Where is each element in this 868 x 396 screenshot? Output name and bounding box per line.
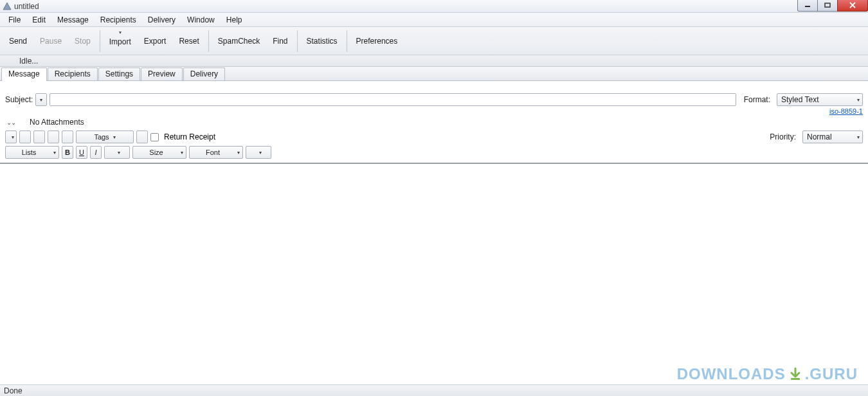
- format-bar-2: Lists B U I Size Font: [0, 145, 868, 160]
- bold-button[interactable]: B: [62, 146, 73, 159]
- attachments-row: ⌄⌄ No Attachments: [0, 115, 868, 129]
- tab-preview[interactable]: Preview: [141, 68, 183, 80]
- menu-delivery[interactable]: Delivery: [142, 14, 181, 26]
- toolbar-separator: [100, 30, 100, 52]
- stop-button[interactable]: Stop: [68, 27, 97, 55]
- pause-button[interactable]: Pause: [33, 27, 68, 55]
- font-dropdown[interactable]: Font: [189, 146, 243, 159]
- size-dropdown[interactable]: Size: [132, 146, 186, 159]
- fmt-btn-6[interactable]: [136, 130, 148, 143]
- encoding-row: iso-8859-1: [0, 107, 868, 115]
- svg-marker-0: [3, 3, 11, 10]
- chevron-down-icon: ▾: [857, 134, 860, 140]
- bottom-status-text: Done: [4, 386, 23, 395]
- close-button[interactable]: [837, 0, 868, 12]
- fmt-btn-1[interactable]: [5, 130, 17, 143]
- tab-recipients[interactable]: Recipients: [48, 68, 98, 80]
- tab-delivery[interactable]: Delivery: [183, 68, 225, 80]
- status-line: Idle...: [0, 55, 868, 67]
- lists-label: Lists: [22, 148, 37, 156]
- preferences-button[interactable]: Preferences: [350, 27, 404, 55]
- menu-message[interactable]: Message: [51, 14, 95, 26]
- bottom-statusbar: Done: [0, 384, 868, 396]
- fmt-btn-5[interactable]: [62, 130, 73, 143]
- fmt-btn-3[interactable]: [33, 130, 45, 143]
- subject-input[interactable]: [50, 93, 736, 106]
- attachments-label: No Attachments: [30, 118, 84, 127]
- chevron-down-icon: ▾: [857, 97, 860, 103]
- subject-label: Subject:: [5, 95, 33, 104]
- return-receipt-checkbox[interactable]: [150, 133, 159, 141]
- format-select[interactable]: Styled Text ▾: [777, 93, 863, 106]
- export-button[interactable]: Export: [138, 27, 173, 55]
- encoding-link[interactable]: iso-8859-1: [829, 107, 863, 115]
- status-text: Idle...: [19, 57, 38, 66]
- tags-dropdown[interactable]: Tags: [76, 130, 134, 143]
- message-panel: Subject: ▾ Format: Styled Text ▾ iso-885…: [0, 81, 868, 384]
- svg-rect-1: [805, 6, 810, 7]
- fmt-btn-4[interactable]: [48, 130, 59, 143]
- toolbar-separator: [347, 30, 347, 52]
- menu-edit[interactable]: Edit: [26, 14, 51, 26]
- return-receipt-label: Return Receipt: [164, 132, 215, 141]
- menu-file[interactable]: File: [3, 14, 26, 26]
- reset-button[interactable]: Reset: [172, 27, 205, 55]
- priority-label: Priority:: [770, 132, 796, 141]
- maximize-button[interactable]: [817, 0, 838, 12]
- tags-label: Tags: [94, 133, 109, 141]
- priority-select[interactable]: Normal ▾: [802, 130, 863, 143]
- menu-recipients[interactable]: Recipients: [95, 14, 142, 26]
- fmt-btn-2[interactable]: [19, 130, 31, 143]
- window-controls: [798, 0, 868, 12]
- format-bar-1: Tags Return Receipt Priority: Normal ▾: [0, 129, 868, 145]
- extra-dropdown[interactable]: [246, 146, 271, 159]
- priority-value: Normal: [807, 132, 832, 141]
- size-label: Size: [149, 148, 163, 156]
- statistics-button[interactable]: Statistics: [300, 27, 344, 55]
- italic-button[interactable]: I: [90, 146, 102, 159]
- format-label: Format:: [744, 95, 770, 104]
- find-button[interactable]: Find: [266, 27, 294, 55]
- app-icon: [3, 2, 12, 11]
- dropdown-icon: ▾: [119, 30, 122, 35]
- import-button[interactable]: ▾ Import: [103, 27, 138, 55]
- lists-dropdown[interactable]: Lists: [5, 146, 59, 159]
- tab-settings[interactable]: Settings: [98, 68, 140, 80]
- send-button[interactable]: Send: [3, 27, 33, 55]
- minimize-button[interactable]: [797, 0, 818, 12]
- toolbar-separator: [208, 30, 209, 52]
- subject-history-dropdown[interactable]: ▾: [35, 93, 47, 106]
- menu-help[interactable]: Help: [221, 14, 248, 26]
- format-value: Styled Text: [781, 95, 818, 104]
- font-label: Font: [206, 148, 220, 156]
- subject-row: Subject: ▾ Format: Styled Text ▾: [0, 82, 868, 107]
- window-title: untitled: [14, 2, 39, 11]
- titlebar: untitled: [0, 0, 868, 13]
- toolbar: Send Pause Stop ▾ Import Export Reset Sp…: [0, 27, 868, 55]
- tab-message[interactable]: Message: [1, 68, 47, 81]
- spamcheck-button[interactable]: SpamCheck: [212, 27, 266, 55]
- tab-row: Message Recipients Settings Preview Deli…: [0, 67, 868, 81]
- color-dropdown[interactable]: [104, 146, 130, 159]
- menu-window[interactable]: Window: [181, 14, 221, 26]
- toolbar-separator: [297, 30, 298, 52]
- menubar: File Edit Message Recipients Delivery Wi…: [0, 13, 868, 27]
- expand-icon[interactable]: ⌄⌄: [6, 119, 15, 126]
- underline-button[interactable]: U: [76, 146, 87, 159]
- svg-rect-2: [825, 3, 830, 7]
- import-label: Import: [109, 37, 131, 46]
- message-editor[interactable]: [0, 163, 868, 384]
